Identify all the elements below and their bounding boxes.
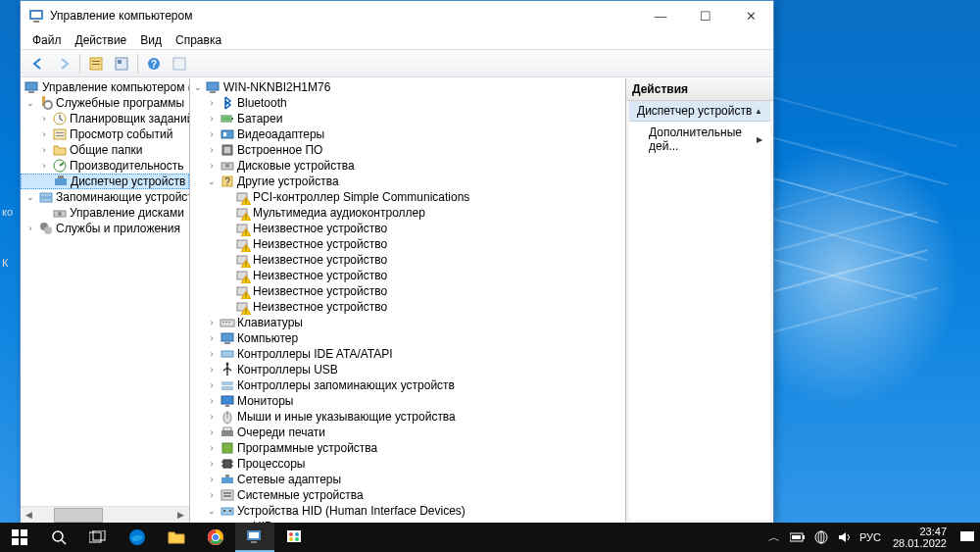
tree-services[interactable]: › Службы и приложения bbox=[21, 221, 189, 236]
battery-icon[interactable] bbox=[789, 532, 807, 542]
expander-icon[interactable]: › bbox=[206, 332, 218, 344]
device-category[interactable]: ›Видеоадаптеры bbox=[190, 126, 625, 142]
tray-chevron-icon[interactable]: ︿ bbox=[765, 529, 783, 546]
horizontal-scrollbar[interactable]: ◀ ▶ bbox=[21, 506, 189, 523]
volume-icon[interactable] bbox=[836, 530, 854, 544]
task-view-button[interactable] bbox=[78, 523, 118, 552]
device-category[interactable]: ›Системные устройства bbox=[190, 487, 625, 503]
device-category[interactable]: ›Встроенное ПО bbox=[190, 142, 625, 158]
edge-browser[interactable] bbox=[118, 523, 157, 552]
menu-file[interactable]: Файл bbox=[26, 32, 68, 48]
expander-icon[interactable]: ⌄ bbox=[24, 97, 36, 109]
actions-more[interactable]: Дополнительные дей... ▶ bbox=[629, 122, 770, 157]
device-category[interactable]: ›Батареи bbox=[190, 111, 625, 126]
language-indicator[interactable]: РУС bbox=[859, 531, 881, 543]
device-category[interactable]: ›Процессоры bbox=[190, 456, 625, 472]
device-category[interactable]: ›Контроллеры запоминающих устройств bbox=[190, 377, 625, 393]
actions-subheader[interactable]: Диспетчер устройств ▲ bbox=[629, 101, 770, 122]
expander-icon[interactable]: ⌄ bbox=[206, 505, 218, 517]
device-tree-root[interactable]: ⌄WIN-NKNBI2H1M76 bbox=[190, 79, 625, 95]
expander-icon[interactable]: ⌄ bbox=[192, 81, 204, 93]
expander-icon[interactable]: › bbox=[38, 128, 50, 140]
device-item[interactable]: !Неизвестное устройство bbox=[190, 299, 625, 315]
expander-icon[interactable]: › bbox=[206, 442, 218, 454]
device-category[interactable]: ›Bluetooth bbox=[190, 95, 625, 111]
device-item[interactable]: !Неизвестное устройство bbox=[190, 252, 625, 268]
device-category[interactable]: ›Сетевые адаптеры bbox=[190, 472, 625, 487]
expander-icon[interactable]: › bbox=[38, 144, 50, 156]
device-item[interactable]: !Неизвестное устройство bbox=[190, 236, 625, 252]
device-item[interactable]: !Мультимедиа аудиоконтроллер bbox=[190, 205, 625, 221]
chrome-browser[interactable] bbox=[196, 523, 235, 552]
titlebar[interactable]: Управление компьютером — ☐ ✕ bbox=[21, 1, 773, 30]
device-category[interactable]: ›Очереди печати bbox=[190, 425, 625, 440]
network-icon[interactable] bbox=[812, 530, 830, 544]
device-item[interactable]: !Неизвестное устройство bbox=[190, 283, 625, 299]
tree-device-manager[interactable]: Диспетчер устройств bbox=[21, 174, 189, 189]
device-category[interactable]: ›Программные устройства bbox=[190, 440, 625, 456]
tree-root[interactable]: Управление компьютером (л bbox=[21, 79, 189, 95]
device-item[interactable]: !PCI-контроллер Simple Communications bbox=[190, 189, 625, 205]
menu-view[interactable]: Вид bbox=[134, 32, 168, 48]
tree-system-tools[interactable]: ⌄ Служебные программы bbox=[21, 95, 189, 111]
tool-properties[interactable] bbox=[110, 53, 133, 75]
expander-icon[interactable]: › bbox=[206, 379, 218, 391]
expander-icon[interactable]: › bbox=[206, 317, 218, 328]
device-category[interactable]: ›Мыши и иные указывающие устройства bbox=[190, 409, 625, 425]
device-category[interactable]: ⌄Устройства HID (Human Interface Devices… bbox=[190, 503, 625, 519]
device-category[interactable]: ›Мониторы bbox=[190, 393, 625, 409]
menu-help[interactable]: Справка bbox=[170, 32, 227, 48]
device-category[interactable]: ›Дисковые устройства bbox=[190, 158, 625, 174]
left-tree-pane[interactable]: Управление компьютером (л ⌄ Служебные пр… bbox=[21, 78, 190, 523]
computer-management-taskbar[interactable] bbox=[235, 523, 274, 552]
expander-icon[interactable]: › bbox=[38, 160, 50, 172]
device-category[interactable]: ⌄?Другие устройства bbox=[190, 174, 625, 189]
expander-icon[interactable]: › bbox=[206, 160, 218, 172]
file-explorer[interactable] bbox=[157, 523, 196, 552]
minimize-button[interactable]: — bbox=[638, 1, 683, 30]
tree-performance[interactable]: › Производительность bbox=[21, 158, 189, 174]
start-button[interactable] bbox=[0, 523, 39, 552]
forward-button[interactable] bbox=[52, 53, 75, 75]
device-item[interactable]: !Неизвестное устройство bbox=[190, 221, 625, 236]
collapse-icon[interactable]: ▲ bbox=[755, 107, 762, 116]
maximize-button[interactable]: ☐ bbox=[683, 1, 728, 30]
scroll-right-icon[interactable]: ▶ bbox=[172, 507, 189, 524]
expander-icon[interactable]: › bbox=[24, 223, 36, 234]
search-button[interactable] bbox=[39, 523, 78, 552]
expander-icon[interactable]: › bbox=[206, 128, 218, 140]
device-item[interactable]: !Неизвестное устройство bbox=[190, 268, 625, 283]
expander-icon[interactable]: › bbox=[38, 113, 50, 125]
clock[interactable]: 23:47 28.01.2022 bbox=[887, 526, 953, 549]
tree-event-viewer[interactable]: › Просмотр событий bbox=[21, 126, 189, 142]
tool-refresh[interactable] bbox=[168, 53, 191, 75]
close-button[interactable]: ✕ bbox=[728, 1, 773, 30]
tree-shared-folders[interactable]: › Общие папки bbox=[21, 142, 189, 158]
expander-icon[interactable]: › bbox=[206, 458, 218, 470]
tool-scan[interactable] bbox=[84, 53, 108, 75]
paint-app[interactable] bbox=[274, 523, 314, 552]
expander-icon[interactable]: › bbox=[206, 144, 218, 156]
scroll-thumb[interactable] bbox=[54, 508, 103, 523]
expander-icon[interactable]: › bbox=[206, 411, 218, 423]
expander-icon[interactable]: ⌄ bbox=[206, 176, 218, 187]
expander-icon[interactable]: › bbox=[206, 489, 218, 501]
device-category[interactable]: ›Клавиатуры bbox=[190, 315, 625, 330]
device-tree-pane[interactable]: ⌄WIN-NKNBI2H1M76›Bluetooth›Батареи›Видео… bbox=[190, 78, 626, 523]
menu-action[interactable]: Действие bbox=[70, 32, 133, 48]
device-category[interactable]: ›Компьютер bbox=[190, 330, 625, 346]
notifications-icon[interactable] bbox=[958, 528, 976, 546]
expander-icon[interactable]: › bbox=[206, 97, 218, 109]
back-button[interactable] bbox=[26, 53, 50, 75]
taskbar[interactable]: ︿ РУС 23:47 28.01.2022 bbox=[0, 523, 980, 552]
device-category[interactable]: ›Контроллеры IDE ATA/ATAPI bbox=[190, 346, 625, 362]
expander-icon[interactable]: ⌄ bbox=[24, 191, 36, 203]
expander-icon[interactable]: › bbox=[206, 427, 218, 438]
expander-icon[interactable]: › bbox=[206, 474, 218, 485]
expander-icon[interactable]: › bbox=[206, 364, 218, 376]
tool-help[interactable]: ? bbox=[142, 53, 166, 75]
expander-icon[interactable]: › bbox=[206, 348, 218, 360]
expander-icon[interactable]: › bbox=[206, 113, 218, 125]
tree-storage[interactable]: ⌄ Запоминающие устройст bbox=[21, 189, 189, 205]
device-category[interactable]: ›Контроллеры USB bbox=[190, 362, 625, 377]
